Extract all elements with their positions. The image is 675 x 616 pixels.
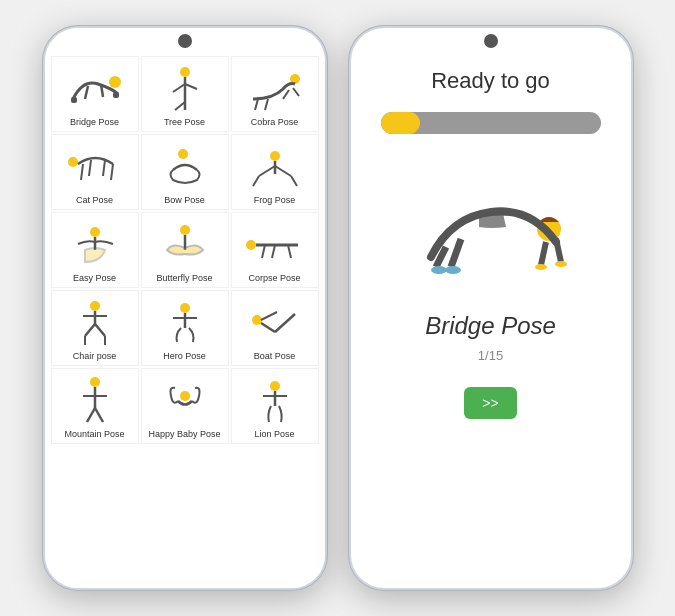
pose-label: Tree Pose: [164, 117, 205, 127]
svg-point-44: [180, 303, 190, 313]
svg-point-47: [252, 315, 262, 325]
svg-line-49: [261, 312, 277, 320]
pose-label: Easy Pose: [73, 273, 116, 283]
svg-line-63: [451, 239, 461, 267]
svg-point-28: [90, 227, 100, 237]
yoga-detail-screen: Ready to go: [351, 28, 631, 588]
svg-line-14: [283, 90, 289, 99]
svg-line-20: [111, 164, 113, 180]
svg-line-36: [288, 245, 291, 258]
svg-line-13: [265, 99, 268, 110]
yoga-grid: Bridge Pose: [51, 56, 319, 444]
pose-counter: 1/15: [478, 348, 503, 363]
svg-point-69: [555, 261, 567, 267]
svg-rect-1: [71, 97, 77, 103]
list-item[interactable]: Chair pose: [51, 290, 139, 366]
svg-point-30: [180, 225, 190, 235]
svg-line-24: [259, 166, 275, 176]
svg-point-66: [431, 266, 447, 274]
list-item[interactable]: Bow Pose: [141, 134, 229, 210]
svg-line-19: [103, 160, 105, 176]
svg-line-50: [275, 314, 295, 332]
svg-point-21: [178, 149, 188, 159]
svg-point-37: [90, 301, 100, 311]
svg-line-48: [261, 323, 275, 332]
pose-icon: [243, 297, 307, 349]
svg-line-54: [87, 408, 95, 422]
pose-icon: [243, 219, 307, 271]
yoga-list-screen: Bridge Pose: [45, 28, 325, 588]
svg-line-40: [85, 324, 95, 336]
pose-icon: [243, 375, 307, 427]
pose-icon: [153, 63, 217, 115]
svg-line-65: [556, 239, 561, 262]
pose-icon: [153, 297, 217, 349]
pose-label: Happy Baby Pose: [148, 429, 220, 439]
left-phone: Bridge Pose: [42, 25, 328, 591]
next-button[interactable]: >>: [464, 387, 516, 419]
svg-point-32: [246, 240, 256, 250]
svg-line-26: [275, 166, 291, 176]
svg-point-5: [180, 67, 190, 77]
list-item[interactable]: Lion Pose: [231, 368, 319, 444]
list-item[interactable]: Happy Baby Pose: [141, 368, 229, 444]
pose-name: Bridge Pose: [425, 312, 556, 340]
pose-illustration: [391, 162, 591, 292]
pose-label: Mountain Pose: [64, 429, 124, 439]
list-item[interactable]: Corpse Pose: [231, 212, 319, 288]
pose-icon: [63, 141, 127, 193]
pose-label: Cobra Pose: [251, 117, 299, 127]
svg-line-55: [95, 408, 103, 422]
list-item[interactable]: Mountain Pose: [51, 368, 139, 444]
pose-icon: [243, 63, 307, 115]
svg-point-16: [68, 157, 78, 167]
progress-bar-fill: [381, 112, 421, 134]
svg-line-15: [293, 88, 299, 96]
pose-label: Bow Pose: [164, 195, 205, 205]
right-phone-screen: Ready to go: [351, 28, 631, 588]
phones-container: Bridge Pose: [42, 25, 634, 591]
pose-label: Boat Pose: [254, 351, 296, 361]
left-phone-screen: Bridge Pose: [45, 28, 325, 588]
svg-point-56: [180, 391, 190, 401]
pose-icon: [63, 63, 127, 115]
progress-bar-container: [381, 112, 601, 134]
svg-point-22: [270, 151, 280, 161]
right-phone-notch: [484, 34, 498, 48]
svg-line-34: [262, 245, 265, 258]
pose-icon: [63, 219, 127, 271]
ready-title: Ready to go: [431, 68, 550, 94]
pose-icon: [243, 141, 307, 193]
list-item[interactable]: Tree Pose: [141, 56, 229, 132]
pose-icon: [63, 375, 127, 427]
list-item[interactable]: Boat Pose: [231, 290, 319, 366]
svg-point-68: [535, 264, 547, 270]
list-item[interactable]: Butterfly Pose: [141, 212, 229, 288]
list-item[interactable]: Hero Pose: [141, 290, 229, 366]
svg-line-35: [272, 245, 275, 258]
right-phone: Ready to go: [348, 25, 634, 591]
pose-icon: [63, 297, 127, 349]
list-item[interactable]: Bridge Pose: [51, 56, 139, 132]
svg-line-10: [175, 102, 185, 110]
svg-line-8: [185, 84, 197, 89]
list-item[interactable]: Cat Pose: [51, 134, 139, 210]
left-phone-notch: [178, 34, 192, 48]
list-item[interactable]: Easy Pose: [51, 212, 139, 288]
svg-line-25: [253, 176, 259, 186]
list-item[interactable]: Frog Pose: [231, 134, 319, 210]
pose-label: Frog Pose: [254, 195, 296, 205]
pose-icon: [153, 219, 217, 271]
svg-line-7: [173, 84, 185, 92]
svg-point-51: [90, 377, 100, 387]
list-item[interactable]: Cobra Pose: [231, 56, 319, 132]
svg-line-18: [89, 160, 91, 176]
pose-label: Chair pose: [73, 351, 117, 361]
pose-icon: [153, 141, 217, 193]
svg-line-17: [81, 164, 83, 180]
pose-label: Bridge Pose: [70, 117, 119, 127]
svg-rect-2: [113, 92, 119, 98]
svg-line-64: [541, 242, 546, 265]
pose-label: Hero Pose: [163, 351, 206, 361]
svg-point-0: [109, 76, 121, 88]
